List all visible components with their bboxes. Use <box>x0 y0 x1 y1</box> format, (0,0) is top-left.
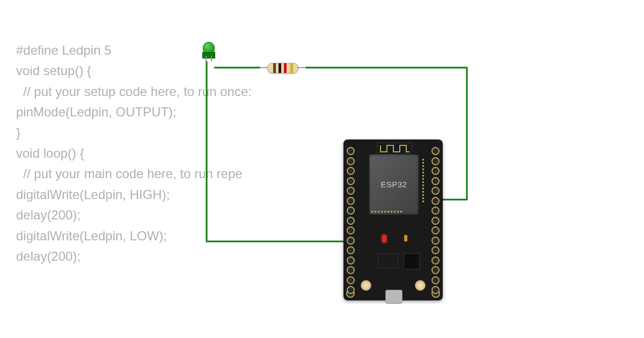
resistor-lead <box>297 67 305 68</box>
resistor-band-2 <box>279 63 281 73</box>
shield-pads-bottom <box>371 211 402 212</box>
en-button <box>415 280 426 291</box>
led-body <box>202 52 215 58</box>
led-component <box>203 42 216 63</box>
antenna <box>377 143 412 155</box>
chip-label: ESP32 <box>369 180 419 189</box>
power-led-icon <box>382 235 386 243</box>
led-cathode <box>206 56 207 63</box>
resistor-band-4 <box>290 63 293 73</box>
usb-chip <box>404 253 420 269</box>
pin-header-right <box>431 147 440 296</box>
esp32-shield: ESP32 <box>369 155 419 215</box>
led-anode <box>211 56 212 61</box>
resistor-body <box>267 63 298 74</box>
shield-pads-right <box>422 159 424 202</box>
boot-button <box>361 280 371 291</box>
circuit-wires <box>0 0 644 338</box>
usb-port <box>385 290 402 304</box>
status-led-icon <box>404 235 407 241</box>
resistor-band-3 <box>284 63 287 73</box>
resistor-lead <box>260 67 267 68</box>
esp32-board: ESP32 <box>343 139 443 300</box>
pin-header-left <box>347 147 355 296</box>
voltage-regulator <box>378 253 398 268</box>
resistor-band-1 <box>273 63 276 73</box>
resistor-component <box>261 60 304 76</box>
